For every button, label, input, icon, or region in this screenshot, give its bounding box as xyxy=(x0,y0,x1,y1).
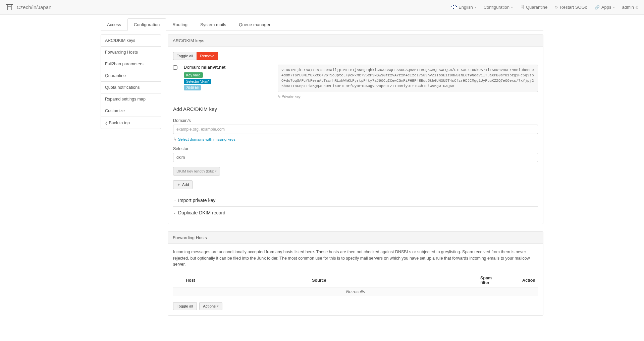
forwarding-desc: Incoming messages are unconditionally ac… xyxy=(173,249,538,268)
panel-dkim: ARC/DKIM keys Toggle all Remove Domain: … xyxy=(168,35,543,224)
badge-bits: 2048 bit xyxy=(184,85,201,90)
chevron-down-icon: ▾ xyxy=(215,169,217,173)
nav-apps[interactable]: 🔗 Apps ▾ xyxy=(595,5,615,10)
brand-text: Czech/in/Japan xyxy=(17,4,51,10)
form-group-add: ＋ Add xyxy=(173,180,538,189)
panel-forwarding: Forwarding Hosts Incoming messages are u… xyxy=(168,231,543,316)
sidebar-item-back[interactable]: ❮ Back to top xyxy=(101,117,161,129)
dkim-domain-label: Domain: xyxy=(184,65,201,70)
add-button[interactable]: ＋ Add xyxy=(173,180,193,189)
sidebar-item-forwarding[interactable]: Forwarding Hosts xyxy=(101,47,161,58)
brand[interactable]: ⛩ Czech/in/Japan xyxy=(6,4,51,11)
container: Access Configuration Routing System mail… xyxy=(96,18,548,323)
nav-quarantine[interactable]: 🗄 Quarantine xyxy=(520,5,547,10)
sidebar-item-quarantine[interactable]: Quarantine xyxy=(101,70,161,82)
dkim-button-group: Toggle all Remove xyxy=(173,52,218,60)
key-length-select[interactable]: DKIM key length (bits) ▾ xyxy=(173,167,220,176)
tab-queue[interactable]: Queue manager xyxy=(232,18,277,30)
navbar: ⛩ Czech/in/Japan English ▾ Configuration… xyxy=(0,0,644,15)
nav-user[interactable]: admin ⎋ xyxy=(622,5,638,10)
badge-key-valid: Key valid xyxy=(184,72,203,78)
dkim-badges: Key valid Selector 'dkim' 2048 bit xyxy=(184,72,271,90)
dkim-key-column: v=DKIM1;k=rsa;t=s;s=email;p=MIIBIjANBgkq… xyxy=(278,65,538,99)
col-source[interactable]: Source xyxy=(309,274,478,287)
chevron-down-icon: ⌄ xyxy=(173,210,176,215)
collapse-import-label: Import private key xyxy=(178,198,215,203)
refresh-icon: ⟳ xyxy=(555,5,558,10)
chevron-down-icon: ▾ xyxy=(475,6,476,9)
sidebar-item-arc-dkim[interactable]: ARC/DKIM keys xyxy=(101,35,161,47)
no-results: No results xyxy=(173,287,538,296)
add-dkim-heading: Add ARC/DKIM key xyxy=(173,106,538,112)
arrow-icon: ↳ xyxy=(278,94,280,98)
divider xyxy=(173,114,538,114)
arrow-icon: ↳ xyxy=(173,137,178,142)
panel-forwarding-heading: Forwarding Hosts xyxy=(168,232,543,244)
panel-dkim-heading: ARC/DKIM keys xyxy=(168,35,543,47)
collapse-duplicate[interactable]: ⌄ Duplicate DKIM record xyxy=(173,206,538,219)
form-group-domains: Domain/s ↳ Select domains with missing k… xyxy=(173,118,538,142)
toggle-all-button[interactable]: Toggle all xyxy=(173,52,197,60)
col-action[interactable]: Action xyxy=(504,274,538,287)
nav-restart-label: Restart SOGo xyxy=(560,5,587,10)
sidebar-item-rspamd[interactable]: Rspamd settings map xyxy=(101,93,161,105)
dkim-row: Domain: milanvit.net Key valid Selector … xyxy=(173,65,538,99)
fw-toggle-all-button[interactable]: Toggle all xyxy=(173,302,197,310)
chevron-down-icon: ▾ xyxy=(613,6,615,9)
nav-language[interactable]: English ▾ xyxy=(451,5,476,10)
private-key-link[interactable]: ↳ Private key xyxy=(278,94,538,99)
chevron-down-icon: ⌄ xyxy=(173,198,176,202)
flag-icon xyxy=(451,5,457,9)
tab-access[interactable]: Access xyxy=(101,18,127,30)
sidebar-item-quota[interactable]: Quota notifications xyxy=(101,82,161,93)
main: ARC/DKIM keys Toggle all Remove Domain: … xyxy=(168,35,543,323)
tabs: Access Configuration Routing System mail… xyxy=(101,18,543,30)
missing-keys-link[interactable]: Select domains with missing keys xyxy=(178,137,235,141)
dkim-checkbox-wrap xyxy=(173,65,177,71)
nav-apps-label: Apps xyxy=(601,5,611,10)
link-icon: 🔗 xyxy=(595,5,600,10)
nav-restart[interactable]: ⟳ Restart SOGo xyxy=(555,5,587,10)
fw-actions-button[interactable]: Actions ▾ xyxy=(199,302,222,310)
form-group-selector: Selector xyxy=(173,146,538,162)
dkim-domain-value: milanvit.net xyxy=(201,65,225,70)
nav-configuration-label: Configuration xyxy=(484,5,509,10)
logout-icon: ⎋ xyxy=(636,5,638,10)
key-length-placeholder: DKIM key length (bits) xyxy=(176,169,214,173)
dkim-key-box[interactable]: v=DKIM1;k=rsa;t=s;s=email;p=MIIBIjANBgkq… xyxy=(278,65,538,92)
dkim-row-checkbox[interactable] xyxy=(173,65,177,70)
chevron-down-icon: ▾ xyxy=(217,304,219,308)
chevron-down-icon: ▾ xyxy=(511,6,513,9)
nav-user-label: admin xyxy=(622,5,634,10)
domains-input[interactable] xyxy=(173,125,538,134)
nav-language-label: English xyxy=(459,5,473,10)
fw-actions-label: Actions xyxy=(203,304,216,308)
collapse-duplicate-label: Duplicate DKIM record xyxy=(178,210,225,215)
selector-input[interactable] xyxy=(173,153,538,162)
dkim-info: Domain: milanvit.net Key valid Selector … xyxy=(184,65,271,90)
nav-configuration[interactable]: Configuration ▾ xyxy=(484,5,513,10)
selector-label: Selector xyxy=(173,146,538,151)
collapse-import[interactable]: ⌄ Import private key xyxy=(173,194,538,206)
inbox-icon: 🗄 xyxy=(520,5,524,10)
layout: ARC/DKIM keys Forwarding Hosts Fail2ban … xyxy=(101,35,543,323)
tab-routing[interactable]: Routing xyxy=(166,18,194,30)
badge-selector: Selector 'dkim' xyxy=(184,79,211,84)
dkim-domain: Domain: milanvit.net xyxy=(184,65,271,70)
add-button-label: Add xyxy=(182,183,189,187)
sidebar: ARC/DKIM keys Forwarding Hosts Fail2ban … xyxy=(101,35,161,129)
tab-system-mails[interactable]: System mails xyxy=(194,18,232,30)
chevron-left-icon: ❮ xyxy=(105,121,108,125)
forwarding-table: Host Source Spam filter Action No result… xyxy=(173,274,538,296)
sidebar-item-fail2ban[interactable]: Fail2ban parameters xyxy=(101,58,161,70)
col-host[interactable]: Host xyxy=(183,274,309,287)
sidebar-item-customize[interactable]: Customize xyxy=(101,105,161,117)
domains-label: Domain/s xyxy=(173,118,538,123)
sidebar-back-label: Back to top xyxy=(109,121,130,125)
logo-icon: ⛩ xyxy=(6,4,13,11)
col-spam[interactable]: Spam filter xyxy=(478,274,504,287)
remove-button[interactable]: Remove xyxy=(197,52,218,60)
tab-configuration[interactable]: Configuration xyxy=(127,18,166,30)
nav-quarantine-label: Quarantine xyxy=(526,5,547,10)
form-group-length: DKIM key length (bits) ▾ xyxy=(173,167,538,176)
